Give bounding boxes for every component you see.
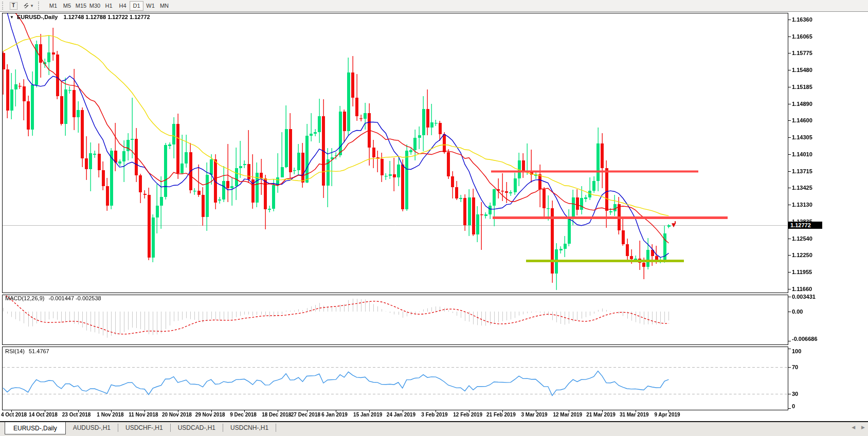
price-tick-label: 1.15185 — [792, 84, 812, 90]
rsi-tick-label: 30 — [792, 391, 798, 397]
rsi-indicator-label: RSI(14) 51.4767 — [5, 348, 49, 354]
chart-title: ▼ EURUSD-,Daily 1.12748 1.12788 1.12722 … — [10, 14, 150, 20]
tab-scrollers: ◀ ▶ — [852, 425, 865, 430]
date-tick-label: 24 Jan 2019 — [387, 412, 415, 417]
tab-scroll-left-icon[interactable]: ◀ — [852, 425, 855, 430]
timeframe-button-m30[interactable]: M30 — [88, 1, 102, 11]
price-tick-label: 1.15480 — [792, 67, 812, 73]
date-tick-label: 9 Apr 2019 — [654, 412, 680, 417]
price-tick-label: 1.13130 — [792, 202, 812, 208]
rsi-tick-label: 70 — [792, 364, 798, 370]
timeframe-toolbar: M1M5M15M30H1H4D1W1MN — [46, 1, 171, 11]
arrows-tool-button[interactable]: ▾ — [20, 1, 35, 11]
quick-trade-triangle-icon[interactable]: ▼ — [10, 15, 14, 20]
price-tick-label: 1.15775 — [792, 50, 812, 56]
macd-tick-label: 0.00 — [792, 308, 803, 315]
toolbar-grip[interactable] — [38, 2, 41, 10]
price-tick-label: 1.14890 — [792, 101, 812, 107]
timeframe-button-w1[interactable]: W1 — [143, 1, 157, 11]
chart-tab-usdcad-h1[interactable]: USDCAD-,H1 — [171, 424, 223, 432]
tab-scroll-right-icon[interactable]: ▶ — [861, 425, 865, 430]
date-tick-label: 9 Dec 2018 — [230, 412, 257, 417]
date-tick-label: 23 Oct 2018 — [62, 412, 91, 417]
chart-symbol-period: EURUSD-,Daily — [17, 14, 58, 20]
timeframe-button-mn[interactable]: MN — [157, 1, 171, 11]
macd-current-values: -0.001447 -0.002538 — [48, 295, 101, 301]
chevron-down-icon: ▾ — [31, 3, 33, 8]
price-tick-label: 1.11955 — [792, 269, 812, 275]
date-tick-label: 20 Nov 2018 — [162, 412, 192, 417]
price-tick-label: 1.16065 — [792, 33, 812, 40]
rsi-name: RSI(14) — [5, 348, 25, 354]
timeframe-button-m1[interactable]: M1 — [46, 1, 60, 11]
chart-ohlc-values: 1.12748 1.12788 1.12722 1.12772 — [64, 14, 150, 20]
chart-tab-usdcnh-h1[interactable]: USDCNH-,H1 — [223, 424, 276, 432]
date-tick-label: 3 Feb 2019 — [421, 412, 447, 417]
rsi-tick-label: 100 — [792, 348, 801, 354]
price-chart-canvas[interactable] — [0, 12, 868, 421]
price-tick-label: 1.11660 — [792, 286, 812, 292]
price-tick-label: 1.12250 — [792, 252, 812, 258]
current-price-badge: 1.12772 — [788, 222, 822, 229]
mt4-window: T ▾ M1M5M15M30H1H4D1W1MN ▼ EURUSD-,Daily… — [0, 0, 868, 436]
rsi-current-value: 51.4767 — [29, 348, 49, 354]
macd-name: MACD(12,26,9) — [5, 295, 44, 301]
price-tick-label: 1.14010 — [792, 151, 812, 157]
date-tick-label: 31 Mar 2019 — [620, 412, 649, 417]
chart-tab-eurusd-daily[interactable]: EURUSD-,Daily — [5, 422, 66, 434]
date-tick-label: 15 Jan 2019 — [353, 412, 382, 417]
macd-tick-label: 0.003431 — [792, 294, 816, 300]
timeframe-button-h4[interactable]: H4 — [116, 1, 130, 11]
date-tick-label: 11 Nov 2018 — [129, 412, 158, 417]
symbol-tab-bar: EURUSD-,DailyAUDUSD-,H1USDCHF-,H1USDCAD-… — [0, 421, 868, 436]
date-tick-label: 3 Mar 2019 — [521, 412, 548, 417]
date-tick-label: 29 Nov 2018 — [195, 412, 225, 417]
date-tick-label: 21 Feb 2019 — [486, 412, 516, 417]
text-tool-icon: T — [10, 2, 17, 10]
chart-tab-usdchf-h1[interactable]: USDCHF-,H1 — [118, 424, 171, 432]
text-label-tool-button[interactable]: T — [8, 1, 19, 11]
date-tick-label: 14 Oct 2018 — [29, 412, 58, 417]
price-tick-label: 1.12540 — [792, 235, 812, 242]
timeframe-button-m5[interactable]: M5 — [60, 1, 74, 11]
chart-tab-audusd-h1[interactable]: AUDUSD-,H1 — [66, 424, 118, 432]
date-tick-label: 6 Jan 2019 — [321, 412, 348, 417]
date-tick-label: 1 Nov 2018 — [97, 412, 123, 417]
price-tick-label: 1.14305 — [792, 134, 812, 140]
macd-tick-label: -0.006686 — [792, 336, 818, 342]
timeframe-button-m15[interactable]: M15 — [74, 1, 88, 11]
date-tick-label: 27 Dec 2018 — [291, 412, 320, 417]
date-tick-label: 21 Mar 2019 — [586, 412, 616, 417]
timeframe-button-d1[interactable]: D1 — [130, 1, 143, 11]
price-tick-label: 1.13425 — [792, 185, 812, 191]
date-tick-label: 18 Dec 2018 — [262, 412, 291, 417]
price-tick-label: 1.16360 — [792, 16, 812, 23]
top-toolbar: T ▾ M1M5M15M30H1H4D1W1MN — [0, 0, 868, 12]
toolbar-grip[interactable] — [2, 2, 5, 10]
diagonal-arrows-icon — [23, 2, 30, 9]
timeframe-button-h1[interactable]: H1 — [102, 1, 116, 11]
date-tick-label: 4 Oct 2018 — [1, 412, 27, 417]
price-tick-label: 1.14600 — [792, 117, 812, 123]
date-tick-label: 12 Mar 2019 — [553, 412, 582, 417]
price-tick-label: 1.13715 — [792, 168, 812, 174]
date-tick-label: 12 Feb 2019 — [453, 412, 482, 417]
macd-indicator-label: MACD(12,26,9) -0.001447 -0.002538 — [5, 295, 101, 301]
rsi-tick-label: 0 — [792, 403, 795, 409]
